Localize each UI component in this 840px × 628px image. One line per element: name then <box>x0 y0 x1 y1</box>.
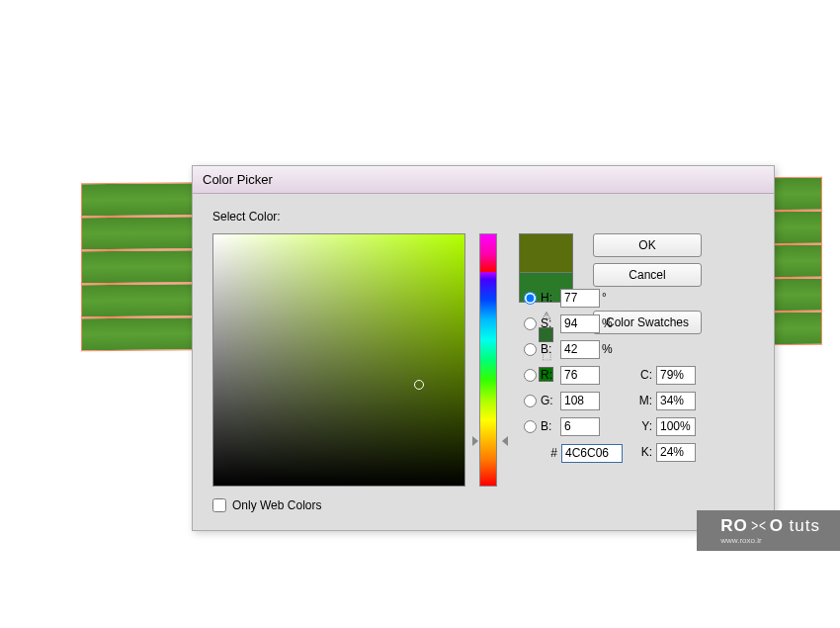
r-input[interactable] <box>560 366 600 385</box>
c-label: C: <box>632 368 652 382</box>
watermark-brand: RO><O tuts <box>720 516 820 536</box>
h-label: H: <box>541 291 560 305</box>
watermark-badge: RO><O tuts www.roxo.ir <box>697 510 840 551</box>
k-label: K: <box>632 445 652 459</box>
h-input[interactable] <box>560 289 600 308</box>
hue-slider[interactable] <box>479 233 501 487</box>
red-radio[interactable] <box>524 369 537 382</box>
hue-arrow-right-icon[interactable] <box>502 436 508 446</box>
g-label: G: <box>541 394 560 407</box>
ok-button[interactable]: OK <box>593 233 702 257</box>
rgb-b-label: B: <box>541 419 560 433</box>
m-label: M: <box>632 394 652 407</box>
new-color-swatch <box>519 233 573 273</box>
hex-label: # <box>524 446 557 460</box>
green-radio[interactable] <box>524 395 537 407</box>
saturation-radio[interactable] <box>524 317 537 330</box>
r-label: R: <box>541 368 560 382</box>
select-color-label: Select Color: <box>212 210 754 224</box>
b-label: B: <box>541 342 560 356</box>
hue-arrow-left-icon[interactable] <box>472 436 478 446</box>
m-input[interactable] <box>656 392 696 410</box>
y-input[interactable] <box>656 417 696 436</box>
cancel-button[interactable]: Cancel <box>593 263 702 287</box>
watermark-url: www.roxo.ir <box>720 536 820 545</box>
c-input[interactable] <box>656 366 696 385</box>
color-cursor-icon[interactable] <box>414 380 424 390</box>
color-picker-dialog: Color Picker Select Color: ⚠ ⬚ OK <box>192 165 775 531</box>
s-label: S: <box>541 316 560 330</box>
y-label: Y: <box>632 419 652 433</box>
blue-radio[interactable] <box>524 420 537 433</box>
h-unit: ° <box>602 291 607 305</box>
only-web-colors-label: Only Web Colors <box>232 498 321 512</box>
dialog-title: Color Picker <box>203 172 273 187</box>
rgb-b-input[interactable] <box>560 417 600 436</box>
g-input[interactable] <box>560 392 600 410</box>
brightness-radio[interactable] <box>524 343 537 356</box>
saturation-brightness-field[interactable] <box>212 233 465 487</box>
hue-radio[interactable] <box>524 292 537 305</box>
color-value-fields: H: ° S: % B: % <box>524 285 751 465</box>
hex-input[interactable] <box>561 444 623 463</box>
b-unit: % <box>602 342 613 356</box>
k-input[interactable] <box>656 443 696 462</box>
s-input[interactable] <box>560 314 600 333</box>
hue-strip[interactable] <box>479 233 497 487</box>
dialog-titlebar[interactable]: Color Picker <box>193 166 774 194</box>
b-input[interactable] <box>560 340 600 359</box>
s-unit: % <box>602 316 613 330</box>
only-web-colors-checkbox[interactable] <box>212 498 226 512</box>
